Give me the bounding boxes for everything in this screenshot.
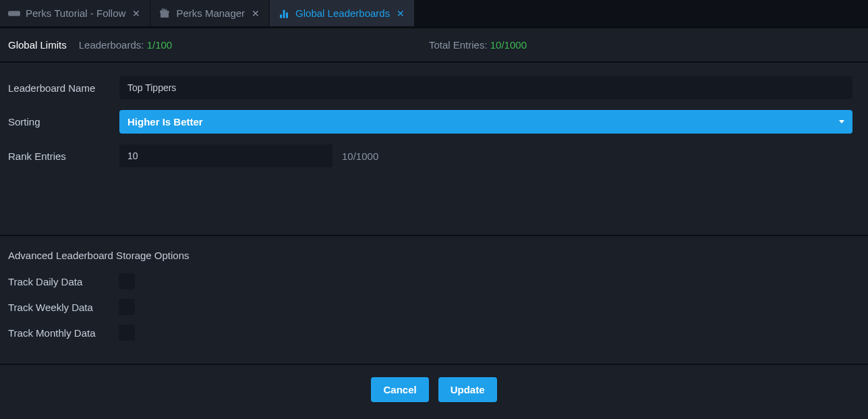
- total-entries: Total Entries: 10/1000: [429, 39, 527, 51]
- rank-label: Rank Entries: [8, 150, 119, 162]
- sorting-select[interactable]: Higher Is Better: [119, 110, 852, 134]
- tab-perks-tutorial[interactable]: Perks Tutorial - Follow ✕: [0, 0, 150, 26]
- track-weekly-checkbox[interactable]: [119, 299, 135, 315]
- tab-global-leaderboards[interactable]: Global Leaderboards ✕: [270, 0, 415, 26]
- gift-icon: [158, 7, 171, 20]
- global-limits-bar: Global Limits Leaderboards: 1/100 Total …: [0, 28, 868, 61]
- name-label: Leaderboard Name: [8, 82, 119, 94]
- leaderboards-label: Leaderboards:: [79, 39, 144, 51]
- button-bar: Cancel Update: [0, 365, 868, 414]
- leaderboard-form: Leaderboard Name Sorting Higher Is Bette…: [0, 63, 868, 192]
- tab-label: Perks Tutorial - Follow: [26, 7, 125, 19]
- tab-perks-manager[interactable]: Perks Manager ✕: [150, 0, 270, 26]
- name-row: Leaderboard Name: [8, 76, 860, 99]
- tab-bar: Perks Tutorial - Follow ✕ Perks Manager …: [0, 0, 868, 27]
- leaderboards-count: Leaderboards: 1/100: [79, 39, 172, 51]
- rank-hint: 10/1000: [342, 150, 378, 162]
- leaderboard-icon: [278, 7, 290, 20]
- track-monthly-row: Track Monthly Data: [8, 325, 860, 341]
- leaderboards-value: 1/100: [147, 39, 173, 51]
- advanced-options: Advanced Leaderboard Storage Options Tra…: [0, 236, 868, 364]
- track-monthly-label: Track Monthly Data: [8, 327, 109, 339]
- track-weekly-label: Track Weekly Data: [8, 302, 109, 313]
- track-daily-label: Track Daily Data: [8, 276, 109, 287]
- track-daily-row: Track Daily Data: [8, 273, 860, 289]
- sorting-label: Sorting: [8, 116, 119, 128]
- global-limits-label: Global Limits: [8, 39, 67, 51]
- track-monthly-checkbox[interactable]: [119, 325, 135, 341]
- rank-entries-input[interactable]: [119, 144, 332, 167]
- gamepad-icon: [8, 7, 20, 20]
- chevron-down-icon: [839, 120, 844, 123]
- tab-label: Global Leaderboards: [295, 7, 390, 19]
- rank-row: Rank Entries 10/1000: [8, 144, 860, 167]
- sorting-row: Sorting Higher Is Better: [8, 110, 860, 134]
- advanced-title: Advanced Leaderboard Storage Options: [8, 250, 860, 261]
- update-button[interactable]: Update: [438, 377, 497, 402]
- cancel-button[interactable]: Cancel: [371, 377, 428, 402]
- leaderboard-name-input[interactable]: [119, 76, 852, 99]
- sorting-value: Higher Is Better: [127, 116, 203, 128]
- close-icon[interactable]: ✕: [250, 8, 261, 19]
- track-weekly-row: Track Weekly Data: [8, 299, 860, 315]
- tab-label: Perks Manager: [176, 7, 245, 19]
- total-entries-value: 10/1000: [490, 39, 527, 51]
- close-icon[interactable]: ✕: [131, 8, 142, 19]
- total-entries-label: Total Entries:: [429, 39, 488, 51]
- track-daily-checkbox[interactable]: [119, 273, 135, 289]
- close-icon[interactable]: ✕: [395, 8, 406, 19]
